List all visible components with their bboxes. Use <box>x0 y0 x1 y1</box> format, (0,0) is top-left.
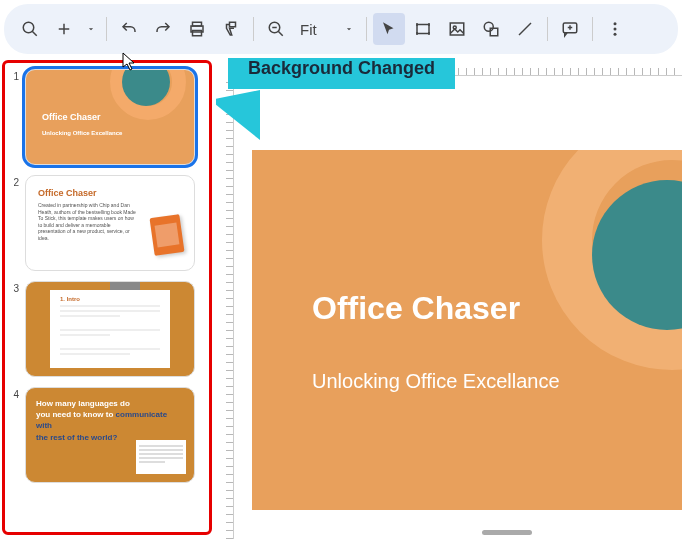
svg-rect-10 <box>417 25 429 34</box>
main-slide[interactable]: Office Chaser Unlocking Office Excellanc… <box>252 150 682 510</box>
thumb-text: How many languages do you need to know t… <box>36 398 184 443</box>
thumb-number: 3 <box>11 283 19 294</box>
svg-point-24 <box>614 28 617 31</box>
canvas-area: Background Changed Office Chaser Unlocki… <box>216 58 682 539</box>
slide-thumbnail-2[interactable]: Office Chaser Created in partnership wit… <box>25 175 195 271</box>
shape-tool[interactable] <box>475 13 507 45</box>
svg-point-0 <box>23 22 34 33</box>
svg-point-25 <box>614 33 617 36</box>
slide-thumbnail-3[interactable]: 1. Intro <box>25 281 195 377</box>
select-tool[interactable] <box>373 13 405 45</box>
text-box-image <box>136 440 186 474</box>
zoom-icon[interactable] <box>260 13 292 45</box>
thumb-subtitle: Unlocking Office Excellance <box>42 130 122 136</box>
book-image <box>150 214 185 256</box>
line-tool[interactable] <box>509 13 541 45</box>
svg-line-19 <box>519 23 531 35</box>
thumb-number: 2 <box>11 177 19 188</box>
chevron-down-icon <box>344 24 354 34</box>
toolbar: Fit <box>4 4 678 54</box>
more-button[interactable] <box>599 13 631 45</box>
svg-line-1 <box>32 31 37 36</box>
thumb-number: 4 <box>11 389 19 400</box>
thumb-body: Created in partnership with Chip and Dan… <box>38 202 138 241</box>
svg-rect-15 <box>450 23 464 35</box>
textbox-tool[interactable] <box>407 13 439 45</box>
annotation-callout-tail <box>216 90 260 140</box>
comment-button[interactable] <box>554 13 586 45</box>
thumb-number: 1 <box>11 71 19 82</box>
svg-rect-18 <box>490 28 498 36</box>
slide-thumbnail-4[interactable]: How many languages do you need to know t… <box>25 387 195 483</box>
vertical-ruler[interactable] <box>216 76 234 539</box>
paint-format-button[interactable] <box>215 13 247 45</box>
svg-point-23 <box>614 22 617 25</box>
print-button[interactable] <box>181 13 213 45</box>
slide-subtitle[interactable]: Unlocking Office Excellance <box>312 370 560 393</box>
slide-title[interactable]: Office Chaser <box>312 290 520 327</box>
thumb-title: Office Chaser <box>38 188 182 198</box>
zoom-value: Fit <box>300 21 340 38</box>
annotation-callout: Background Changed <box>228 58 455 89</box>
horizontal-scrollbar[interactable] <box>482 530 532 535</box>
image-tool[interactable] <box>441 13 473 45</box>
search-icon[interactable] <box>14 13 46 45</box>
redo-button[interactable] <box>147 13 179 45</box>
thumbnail-panel: 1 Office Chaser Unlocking Office Excella… <box>2 60 212 535</box>
slide-thumbnail-1[interactable]: Office Chaser Unlocking Office Excellanc… <box>25 69 195 165</box>
thumb-title: Office Chaser <box>42 112 101 122</box>
undo-button[interactable] <box>113 13 145 45</box>
svg-point-17 <box>484 22 493 31</box>
svg-line-8 <box>278 31 283 36</box>
new-slide-button[interactable] <box>48 13 80 45</box>
zoom-select[interactable]: Fit <box>294 13 360 45</box>
new-slide-dropdown[interactable] <box>82 13 100 45</box>
thumb-heading: 1. Intro <box>60 296 160 302</box>
